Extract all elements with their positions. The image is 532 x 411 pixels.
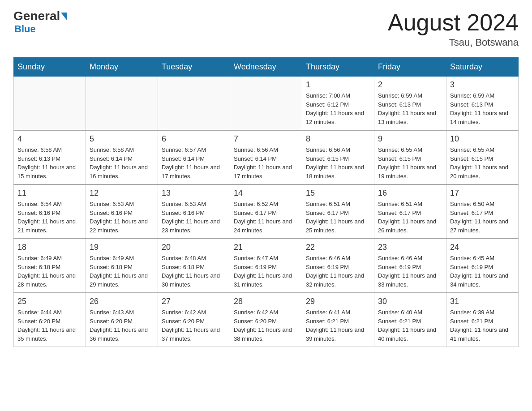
calendar-week-5: 25Sunrise: 6:44 AM Sunset: 6:20 PM Dayli… — [14, 293, 519, 347]
calendar-cell — [158, 77, 230, 131]
day-number: 3 — [450, 80, 515, 90]
calendar-body: 1Sunrise: 7:00 AM Sunset: 6:12 PM Daylig… — [14, 77, 519, 347]
day-info: Sunrise: 6:58 AM Sunset: 6:13 PM Dayligh… — [17, 146, 82, 180]
logo-general-text: General — [13, 9, 60, 23]
day-info: Sunrise: 6:47 AM Sunset: 6:19 PM Dayligh… — [234, 254, 298, 289]
day-info: Sunrise: 6:53 AM Sunset: 6:16 PM Dayligh… — [90, 200, 154, 235]
day-info: Sunrise: 6:46 AM Sunset: 6:19 PM Dayligh… — [306, 254, 370, 289]
day-number: 1 — [306, 80, 370, 90]
day-of-week-friday: Friday — [374, 58, 446, 77]
calendar-cell: 21Sunrise: 6:47 AM Sunset: 6:19 PM Dayli… — [230, 239, 302, 293]
calendar-table: SundayMondayTuesdayWednesdayThursdayFrid… — [13, 57, 519, 347]
calendar-cell: 14Sunrise: 6:52 AM Sunset: 6:17 PM Dayli… — [230, 184, 302, 239]
day-info: Sunrise: 6:50 AM Sunset: 6:17 PM Dayligh… — [450, 200, 515, 235]
calendar-cell: 12Sunrise: 6:53 AM Sunset: 6:16 PM Dayli… — [86, 184, 158, 239]
calendar-cell — [86, 77, 158, 131]
day-info: Sunrise: 6:51 AM Sunset: 6:17 PM Dayligh… — [378, 200, 442, 235]
calendar-cell: 4Sunrise: 6:58 AM Sunset: 6:13 PM Daylig… — [14, 130, 86, 184]
month-title: August 2024 — [388, 9, 519, 36]
day-number: 24 — [450, 243, 515, 252]
calendar-cell: 5Sunrise: 6:58 AM Sunset: 6:14 PM Daylig… — [86, 130, 158, 184]
calendar-cell: 3Sunrise: 6:59 AM Sunset: 6:13 PM Daylig… — [446, 77, 519, 131]
day-info: Sunrise: 6:43 AM Sunset: 6:20 PM Dayligh… — [90, 308, 154, 343]
day-info: Sunrise: 6:53 AM Sunset: 6:16 PM Dayligh… — [162, 200, 226, 235]
day-info: Sunrise: 6:48 AM Sunset: 6:18 PM Dayligh… — [162, 254, 226, 289]
day-info: Sunrise: 6:54 AM Sunset: 6:16 PM Dayligh… — [17, 200, 82, 235]
day-number: 8 — [306, 134, 370, 144]
day-info: Sunrise: 6:55 AM Sunset: 6:15 PM Dayligh… — [450, 146, 515, 180]
day-number: 6 — [162, 134, 226, 144]
day-info: Sunrise: 6:55 AM Sunset: 6:15 PM Dayligh… — [378, 146, 442, 180]
calendar-cell: 1Sunrise: 7:00 AM Sunset: 6:12 PM Daylig… — [302, 77, 374, 131]
day-info: Sunrise: 6:58 AM Sunset: 6:14 PM Dayligh… — [90, 146, 154, 180]
day-number: 5 — [90, 134, 154, 144]
day-of-week-saturday: Saturday — [446, 58, 519, 77]
day-info: Sunrise: 6:39 AM Sunset: 6:21 PM Dayligh… — [450, 308, 515, 343]
day-of-week-tuesday: Tuesday — [158, 58, 230, 77]
calendar-cell: 27Sunrise: 6:42 AM Sunset: 6:20 PM Dayli… — [158, 293, 230, 347]
calendar-cell: 23Sunrise: 6:46 AM Sunset: 6:19 PM Dayli… — [374, 239, 446, 293]
day-of-week-wednesday: Wednesday — [230, 58, 302, 77]
location-label: Tsau, Botswana — [388, 37, 519, 48]
logo-triangle-icon — [61, 13, 67, 21]
calendar-cell: 15Sunrise: 6:51 AM Sunset: 6:17 PM Dayli… — [302, 184, 374, 239]
calendar-cell: 6Sunrise: 6:57 AM Sunset: 6:14 PM Daylig… — [158, 130, 230, 184]
day-info: Sunrise: 6:52 AM Sunset: 6:17 PM Dayligh… — [234, 200, 298, 235]
calendar-cell: 29Sunrise: 6:41 AM Sunset: 6:21 PM Dayli… — [302, 293, 374, 347]
day-info: Sunrise: 6:44 AM Sunset: 6:20 PM Dayligh… — [17, 308, 82, 343]
calendar-cell — [230, 77, 302, 131]
day-number: 27 — [162, 297, 226, 306]
calendar-cell: 13Sunrise: 6:53 AM Sunset: 6:16 PM Dayli… — [158, 184, 230, 239]
calendar-cell: 11Sunrise: 6:54 AM Sunset: 6:16 PM Dayli… — [14, 184, 86, 239]
day-info: Sunrise: 6:49 AM Sunset: 6:18 PM Dayligh… — [90, 254, 154, 289]
day-number: 25 — [17, 297, 82, 306]
day-info: Sunrise: 6:59 AM Sunset: 6:13 PM Dayligh… — [378, 91, 442, 126]
day-number: 26 — [90, 297, 154, 306]
calendar-cell: 7Sunrise: 6:56 AM Sunset: 6:14 PM Daylig… — [230, 130, 302, 184]
day-of-week-thursday: Thursday — [302, 58, 374, 77]
calendar-week-3: 11Sunrise: 6:54 AM Sunset: 6:16 PM Dayli… — [14, 184, 519, 239]
calendar-cell: 19Sunrise: 6:49 AM Sunset: 6:18 PM Dayli… — [86, 239, 158, 293]
page-header: General Blue August 2024 Tsau, Botswana — [13, 9, 519, 48]
day-info: Sunrise: 6:42 AM Sunset: 6:20 PM Dayligh… — [162, 308, 226, 343]
calendar-week-1: 1Sunrise: 7:00 AM Sunset: 6:12 PM Daylig… — [14, 77, 519, 131]
day-number: 22 — [306, 243, 370, 252]
calendar-cell: 17Sunrise: 6:50 AM Sunset: 6:17 PM Dayli… — [446, 184, 519, 239]
day-number: 9 — [378, 134, 442, 144]
calendar-week-4: 18Sunrise: 6:49 AM Sunset: 6:18 PM Dayli… — [14, 239, 519, 293]
day-number: 20 — [162, 243, 226, 252]
day-info: Sunrise: 6:46 AM Sunset: 6:19 PM Dayligh… — [378, 254, 442, 289]
calendar-cell: 9Sunrise: 6:55 AM Sunset: 6:15 PM Daylig… — [374, 130, 446, 184]
calendar-cell: 20Sunrise: 6:48 AM Sunset: 6:18 PM Dayli… — [158, 239, 230, 293]
day-number: 15 — [306, 188, 370, 198]
calendar-cell: 30Sunrise: 6:40 AM Sunset: 6:21 PM Dayli… — [374, 293, 446, 347]
day-of-week-monday: Monday — [86, 58, 158, 77]
day-number: 16 — [378, 188, 442, 198]
day-number: 29 — [306, 297, 370, 306]
calendar-cell: 8Sunrise: 6:56 AM Sunset: 6:15 PM Daylig… — [302, 130, 374, 184]
calendar-cell: 10Sunrise: 6:55 AM Sunset: 6:15 PM Dayli… — [446, 130, 519, 184]
day-number: 17 — [450, 188, 515, 198]
day-number: 11 — [17, 188, 82, 198]
calendar-cell: 16Sunrise: 6:51 AM Sunset: 6:17 PM Dayli… — [374, 184, 446, 239]
day-number: 14 — [234, 188, 298, 198]
day-info: Sunrise: 6:41 AM Sunset: 6:21 PM Dayligh… — [306, 308, 370, 343]
day-info: Sunrise: 6:49 AM Sunset: 6:18 PM Dayligh… — [17, 254, 82, 289]
logo: General Blue — [13, 9, 67, 35]
day-number: 21 — [234, 243, 298, 252]
day-number: 30 — [378, 297, 442, 306]
calendar-cell: 24Sunrise: 6:45 AM Sunset: 6:19 PM Dayli… — [446, 239, 519, 293]
day-number: 31 — [450, 297, 515, 306]
day-info: Sunrise: 7:00 AM Sunset: 6:12 PM Dayligh… — [306, 91, 370, 126]
day-info: Sunrise: 6:40 AM Sunset: 6:21 PM Dayligh… — [378, 308, 442, 343]
calendar-cell: 31Sunrise: 6:39 AM Sunset: 6:21 PM Dayli… — [446, 293, 519, 347]
day-number: 2 — [378, 80, 442, 90]
day-info: Sunrise: 6:59 AM Sunset: 6:13 PM Dayligh… — [450, 91, 515, 126]
calendar-cell: 2Sunrise: 6:59 AM Sunset: 6:13 PM Daylig… — [374, 77, 446, 131]
day-info: Sunrise: 6:56 AM Sunset: 6:15 PM Dayligh… — [306, 146, 370, 180]
calendar-cell: 28Sunrise: 6:42 AM Sunset: 6:20 PM Dayli… — [230, 293, 302, 347]
day-header-row: SundayMondayTuesdayWednesdayThursdayFrid… — [14, 58, 519, 77]
day-number: 12 — [90, 188, 154, 198]
day-number: 19 — [90, 243, 154, 252]
calendar-cell: 18Sunrise: 6:49 AM Sunset: 6:18 PM Dayli… — [14, 239, 86, 293]
